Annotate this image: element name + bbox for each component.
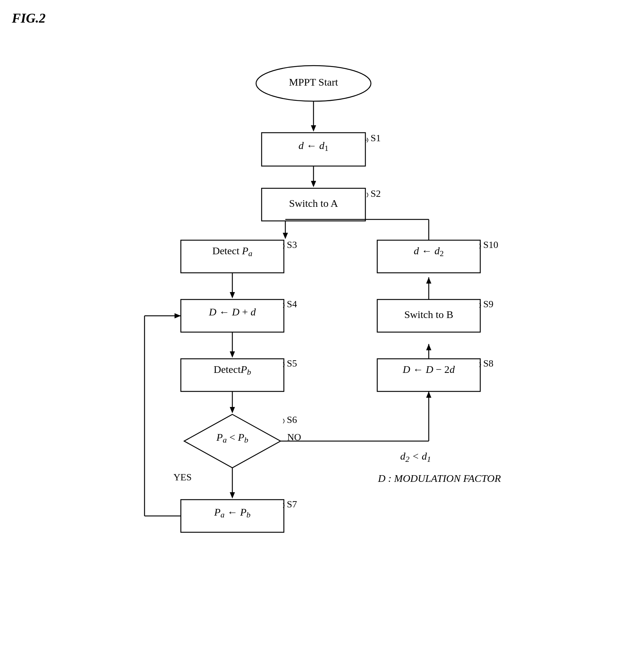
s2-step: S2 (371, 188, 381, 199)
page-title: FIG.2 (12, 10, 46, 26)
flowchart-container: MPPT Start d ← d1 S1 Switch to A S2 Dete… (0, 30, 627, 672)
s7-step: S7 (287, 499, 297, 510)
s10-label: d ← d2 (414, 245, 444, 258)
s7-label: Pa ← Pb (214, 506, 251, 519)
svg-marker-18 (175, 313, 181, 318)
s9-label: Switch to B (404, 309, 453, 320)
svg-marker-14 (230, 492, 235, 499)
note-d2-d1: d2 < d1 (400, 450, 431, 464)
svg-marker-10 (230, 351, 235, 358)
s8-step: S8 (483, 358, 493, 369)
s6-label: Pa < Pb (216, 431, 248, 444)
s4-label: D ← D + d (209, 306, 256, 318)
s6-step: S6 (287, 414, 297, 425)
svg-marker-6 (283, 233, 288, 239)
s8-label: D ← D − 2d (402, 364, 455, 375)
s3-step: S3 (287, 239, 297, 250)
s1-label: d ← d1 (299, 140, 329, 153)
svg-marker-1 (311, 125, 316, 132)
s10-step: S10 (483, 239, 498, 250)
s4-step: S4 (287, 299, 297, 309)
note-modulation: D : MODULATION FACTOR (378, 473, 501, 484)
s1-step: S1 (371, 133, 381, 143)
svg-marker-12 (230, 407, 235, 413)
s5-label: DetectPb (213, 364, 251, 377)
svg-marker-8 (230, 292, 235, 298)
s9-step: S9 (483, 299, 493, 309)
svg-marker-23 (426, 344, 431, 350)
svg-marker-21 (426, 391, 431, 398)
svg-marker-25 (426, 277, 431, 284)
start-label: MPPT Start (289, 76, 338, 88)
s5-step: S5 (287, 358, 297, 369)
s3-label: Detect Pa (212, 245, 252, 258)
yes-label: YES (173, 472, 192, 483)
svg-marker-4 (311, 181, 316, 187)
s2-label: Switch to A (289, 198, 338, 209)
